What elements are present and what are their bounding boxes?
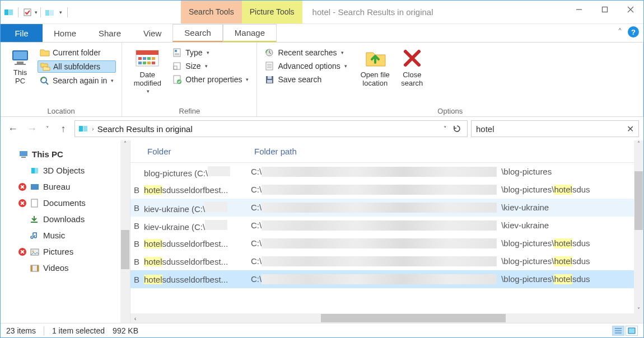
svg-rect-60 bbox=[628, 328, 635, 334]
svg-rect-26 bbox=[175, 50, 177, 52]
selection-info: 1 item selected bbox=[52, 326, 105, 335]
tree-documents[interactable]: Documents bbox=[1, 195, 130, 211]
svg-rect-19 bbox=[147, 57, 151, 60]
chevron-right-icon[interactable]: › bbox=[92, 125, 94, 132]
svg-rect-45 bbox=[20, 151, 27, 156]
back-button[interactable]: ← bbox=[5, 121, 21, 137]
forward-button[interactable]: → bbox=[24, 121, 40, 137]
navbar: ← → ˅ ↑ › Search Results in original ˅ h… bbox=[1, 117, 643, 140]
current-folder-button[interactable]: Current folder bbox=[38, 47, 116, 58]
table-row[interactable]: Bkiev-ukraine (C:\C:\\kiev-ukraine bbox=[130, 199, 643, 217]
advanced-options-button[interactable]: Advanced options▾ bbox=[263, 60, 349, 72]
tree-music[interactable]: Music bbox=[1, 227, 130, 243]
recent-caret[interactable]: ˅ bbox=[43, 121, 52, 137]
svg-rect-6 bbox=[603, 7, 608, 12]
tree-this-pc[interactable]: This PC bbox=[1, 146, 130, 162]
svg-rect-12 bbox=[15, 64, 26, 65]
group-label-options: Options bbox=[263, 105, 637, 115]
details-view-button[interactable] bbox=[612, 326, 624, 336]
column-headers[interactable]: Folder Folder path bbox=[130, 140, 643, 163]
location-icon bbox=[78, 124, 88, 134]
up-button[interactable]: ↑ bbox=[55, 121, 71, 137]
table-row[interactable]: Bhotelsdusseldorfbest...C:\\blog-picture… bbox=[130, 234, 643, 252]
results: Folder Folder path blog-pictures (C:\C:\… bbox=[130, 140, 643, 323]
tree-3d-objects[interactable]: 3D Objects bbox=[1, 162, 130, 179]
new-folder-icon[interactable] bbox=[44, 6, 56, 18]
table-row[interactable]: Bhotelsdusseldorfbest...C:\\blog-picture… bbox=[130, 270, 643, 288]
tab-home[interactable]: Home bbox=[43, 24, 87, 42]
properties-icon[interactable] bbox=[21, 6, 34, 18]
collapse-ribbon-icon[interactable]: ˄ bbox=[618, 27, 622, 37]
svg-rect-23 bbox=[147, 62, 151, 64]
h-scrollbar[interactable]: ‹ › bbox=[130, 313, 643, 323]
v-scrollbar[interactable]: ˄ ˅ bbox=[634, 140, 643, 323]
contextual-tab-search-tools[interactable]: Search Tools bbox=[181, 1, 242, 24]
app-icon bbox=[3, 6, 15, 18]
svg-rect-43 bbox=[79, 126, 83, 132]
table-row[interactable]: Bhotelsdusseldorfbest...C:\\blog-picture… bbox=[130, 252, 643, 270]
svg-rect-22 bbox=[143, 62, 146, 64]
tree-videos[interactable]: Videos bbox=[1, 260, 130, 276]
address-caret[interactable]: ˅ bbox=[444, 125, 447, 133]
table-row[interactable]: blog-pictures (C:\C:\\blog-pictures bbox=[130, 163, 643, 181]
tree-scrollbar[interactable]: ˄ bbox=[120, 140, 130, 323]
svg-rect-50 bbox=[31, 199, 38, 207]
ribbon-group-location: This PC Current folder All subfolders Se… bbox=[1, 43, 122, 116]
tab-manage[interactable]: Manage bbox=[223, 24, 277, 42]
tab-file[interactable]: File bbox=[1, 24, 43, 42]
svg-rect-48 bbox=[35, 168, 38, 173]
col-path[interactable]: Folder path bbox=[251, 147, 297, 156]
svg-rect-2 bbox=[24, 9, 31, 16]
thumbnails-view-button[interactable] bbox=[626, 326, 638, 336]
open-file-location-button[interactable]: Open file location bbox=[353, 45, 392, 87]
nav-tree: This PC 3D Objects Bureau Documents Down… bbox=[1, 140, 130, 323]
recent-searches-button[interactable]: Recent searches▾ bbox=[263, 47, 349, 58]
tab-view[interactable]: View bbox=[132, 24, 172, 42]
svg-rect-16 bbox=[136, 50, 158, 55]
tree-bureau[interactable]: Bureau bbox=[1, 179, 130, 195]
address-bar[interactable]: › Search Results in original ˅ bbox=[74, 120, 468, 137]
table-row[interactable]: Bhotelsdusseldorfbest...C:\\blog-picture… bbox=[130, 181, 643, 199]
ribbon-tabs: File Home Share View Search Manage ˄ ? bbox=[1, 24, 643, 42]
other-properties-button[interactable]: Other properties▾ bbox=[170, 74, 251, 85]
error-badge-icon bbox=[18, 183, 26, 191]
svg-rect-44 bbox=[83, 126, 87, 132]
svg-rect-21 bbox=[138, 62, 142, 64]
main: This PC 3D Objects Bureau Documents Down… bbox=[1, 140, 643, 323]
close-button[interactable] bbox=[618, 1, 643, 18]
tab-search[interactable]: Search bbox=[172, 24, 223, 42]
maximize-button[interactable] bbox=[592, 1, 618, 18]
window-controls bbox=[566, 1, 643, 18]
contextual-tab-picture-tools[interactable]: Picture Tools bbox=[242, 1, 302, 24]
type-button[interactable]: Type▾ bbox=[170, 47, 251, 58]
breadcrumb[interactable]: Search Results in original bbox=[97, 124, 193, 134]
clear-search-icon[interactable]: ✕ bbox=[627, 124, 634, 134]
all-subfolders-button[interactable]: All subfolders bbox=[38, 60, 116, 73]
error-badge-icon bbox=[18, 248, 26, 256]
refresh-icon[interactable] bbox=[450, 124, 464, 133]
svg-rect-20 bbox=[152, 57, 155, 60]
minimize-button[interactable] bbox=[566, 1, 592, 18]
size-button[interactable]: Size▾ bbox=[170, 60, 251, 72]
save-search-button[interactable]: Save search bbox=[263, 74, 349, 85]
help-icon[interactable]: ? bbox=[628, 26, 639, 37]
tab-share[interactable]: Share bbox=[87, 24, 132, 42]
search-again-in-button[interactable]: Search again in▾ bbox=[38, 75, 116, 86]
col-folder[interactable]: Folder bbox=[130, 147, 251, 156]
customize-qat-caret[interactable]: ▾ bbox=[57, 10, 64, 15]
this-pc-button[interactable]: This PC bbox=[6, 45, 34, 85]
group-label-location: Location bbox=[6, 105, 116, 115]
ribbon-group-refine: Date modified▾ Type▾ Size▾ Other propert… bbox=[122, 43, 257, 116]
svg-rect-51 bbox=[31, 222, 38, 223]
tree-pictures[interactable]: Pictures bbox=[1, 243, 130, 260]
item-count: 23 items bbox=[6, 326, 36, 335]
close-search-button[interactable]: Close search bbox=[395, 45, 429, 87]
qat-caret[interactable]: ▾ bbox=[35, 10, 38, 15]
table-row[interactable]: Bkiev-ukraine (C:\C:\\kiev-ukraine bbox=[130, 217, 643, 234]
titlebar: ▾ ▾ Search Tools Picture Tools hotel - S… bbox=[1, 1, 643, 24]
svg-rect-55 bbox=[31, 265, 32, 271]
search-input[interactable]: hotel ✕ bbox=[471, 120, 639, 137]
tree-downloads[interactable]: Downloads bbox=[1, 211, 130, 227]
svg-rect-1 bbox=[9, 10, 13, 15]
date-modified-button[interactable]: Date modified▾ bbox=[128, 45, 167, 94]
